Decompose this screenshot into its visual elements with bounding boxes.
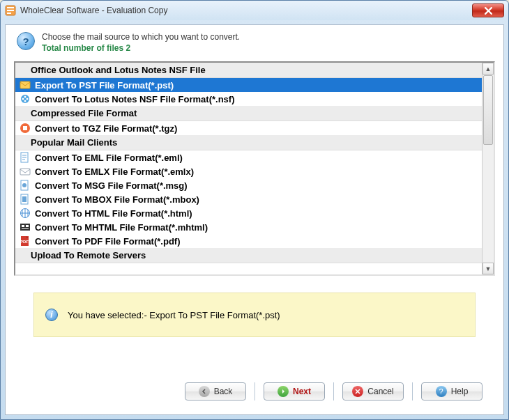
svg-point-7 [26,98,29,100]
status-panel: i You have selected:- Export To PST File… [33,293,476,337]
svg-point-6 [22,98,24,100]
scrollbar[interactable]: ▲ ▼ [482,63,494,274]
window-title: WholeClear Software - Evaluation Copy [20,6,472,15]
html-icon [20,208,31,219]
back-button-label: Back [214,387,233,396]
next-arrow-icon [278,386,289,397]
item-label: Convert to TGZ File Format(*.tgz) [35,123,177,134]
svg-rect-20 [22,225,24,227]
app-icon [5,5,16,16]
item-msg[interactable]: Convert To MSG File Format(*.msg) [15,178,482,192]
svg-point-9 [24,100,26,102]
instruction-row: ? Choose the mail source to which you wa… [14,32,495,53]
archive-icon [20,123,31,134]
item-mhtml[interactable]: Convert To MHTML File Format(*.mhtml) [15,220,482,234]
item-pdf[interactable]: PDF Convert To PDF File Format(*.pdf) [15,234,482,248]
separator [254,382,255,400]
file-count-label: Total number of files 2 [42,43,240,53]
format-list-container: Office Outlook and Lotus Notes NSF File … [14,61,495,276]
pdf-icon: PDF [20,235,31,247]
cancel-button[interactable]: Cancel [342,382,404,400]
svg-rect-22 [22,228,29,229]
instruction-text: Choose the mail source to which you want… [42,32,240,42]
group-header-popular: Popular Mail Clients [15,135,482,150]
titlebar: WholeClear Software - Evaluation Copy [1,1,508,20]
instruction-text-block: Choose the mail source to which you want… [42,32,240,53]
info-icon: i [45,309,58,321]
scroll-up-button[interactable]: ▲ [483,63,494,75]
item-label: Convert To MHTML File Format(*.mhtml) [35,222,208,233]
back-arrow-icon [199,386,210,397]
item-label: Convert To Lotus Notes NSF File Format(*… [35,94,235,104]
item-label: Convert To PDF File Format(*.pdf) [35,236,180,247]
mbox-icon [20,194,31,205]
item-eml[interactable]: Convert To EML File Format(*.eml) [15,150,482,164]
separator [333,382,334,400]
close-icon [485,7,492,15]
item-label: Export To PST File Format(*.pst) [35,80,174,91]
item-label: Convert To EML File Format(*.eml) [35,153,183,163]
svg-rect-1 [7,7,14,8]
help-icon: ? [436,386,447,397]
cancel-button-label: Cancel [367,387,393,396]
group-header-remote: Upload To Remote Servers [15,248,482,263]
group-header-outlook-nsf: Office Outlook and Lotus Notes NSF File [15,63,482,78]
item-label: Convert To MBOX File Format(*.mbox) [35,194,199,205]
help-button[interactable]: ? Help [421,382,483,400]
close-button[interactable] [472,3,504,17]
scroll-down-button[interactable]: ▼ [483,263,494,274]
svg-rect-3 [7,13,11,14]
svg-point-15 [22,183,26,187]
item-label: Convert To MSG File Format(*.msg) [35,180,188,191]
mhtml-icon [20,221,31,233]
format-list[interactable]: Office Outlook and Lotus Notes NSF File … [15,63,482,274]
next-button-label: Next [293,387,311,396]
svg-rect-13 [20,169,30,175]
scroll-thumb[interactable] [483,75,493,145]
item-html[interactable]: Convert To HTML File Format(*.html) [15,206,482,220]
svg-rect-11 [23,126,27,130]
cancel-icon [352,386,363,397]
svg-rect-2 [7,10,14,11]
group-header-compressed: Compressed File Format [15,106,482,121]
separator [412,382,413,400]
item-emlx[interactable]: Convert To EMLX File Format(*.emlx) [15,164,482,178]
client-area: ? Choose the mail source to which you wa… [5,24,504,415]
svg-rect-21 [26,225,29,227]
item-tgz[interactable]: Convert to TGZ File Format(*.tgz) [15,121,482,135]
item-label: Convert To EMLX File Format(*.emlx) [35,166,194,177]
lotus-icon [20,93,31,104]
svg-rect-17 [22,196,26,202]
outlook-icon [20,79,31,91]
back-button[interactable]: Back [185,382,246,400]
emlx-icon [20,166,31,177]
item-mbox[interactable]: Convert To MBOX File Format(*.mbox) [15,192,482,206]
status-text: You have selected:- Export To PST File F… [68,310,280,320]
svg-point-8 [24,96,26,98]
item-nsf[interactable]: Convert To Lotus Notes NSF File Format(*… [15,92,482,106]
item-label: Convert To HTML File Format(*.html) [35,208,192,219]
help-button-label: Help [451,387,469,396]
svg-rect-4 [20,81,30,88]
next-button[interactable]: Next [264,382,325,400]
footer-buttons: Back Next Cancel ? Help [14,377,495,410]
msg-icon [20,180,31,191]
item-pst[interactable]: Export To PST File Format(*.pst) [15,78,482,92]
question-icon: ? [17,32,35,50]
app-window: WholeClear Software - Evaluation Copy ? … [0,0,509,420]
eml-icon [20,152,31,163]
svg-text:PDF: PDF [20,240,29,244]
